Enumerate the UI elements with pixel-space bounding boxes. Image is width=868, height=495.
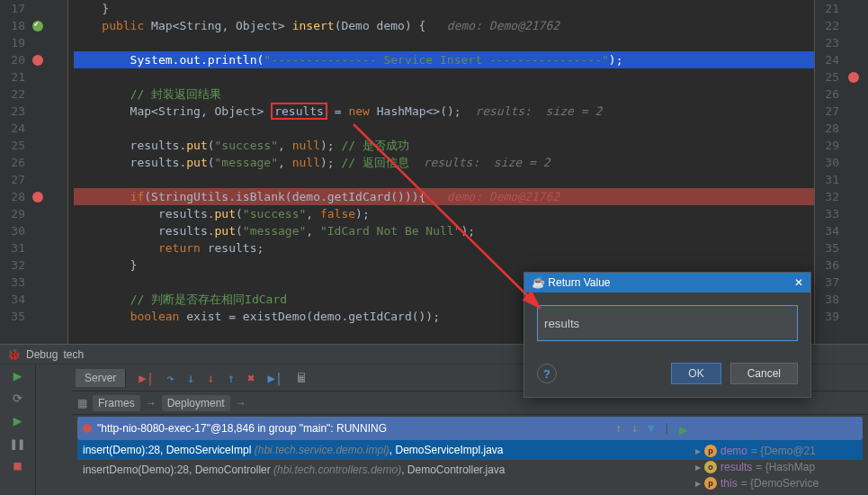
variable-row[interactable]: ▸pdemo = {Demo@21 <box>694 443 864 459</box>
line-gutter[interactable]: 17181920212223242526272829303132333435 <box>0 0 68 344</box>
frames-button[interactable]: Frames <box>93 395 140 411</box>
debug-side-toolbar: ▶ ⟳ ▶ ❚❚ ■ <box>0 364 36 495</box>
rerun-icon[interactable]: ⟳ <box>13 392 22 405</box>
stop-icon[interactable]: ■ <box>13 458 21 472</box>
bug-icon: 🐞 <box>7 348 21 361</box>
up-icon[interactable]: ↑ <box>615 421 622 438</box>
frames-icon: ▦ <box>77 397 87 410</box>
variables-toolbar: ↑ ↓ ▼ | ▶ <box>615 421 688 438</box>
breakpoint-icon[interactable] <box>32 192 43 202</box>
variable-row[interactable]: ▸oresults = {HashMap <box>694 459 864 475</box>
resume-icon[interactable]: ▶ <box>13 367 22 384</box>
variables-pane[interactable]: ▸pdemo = {Demo@21▸oresults = {HashMap▸pt… <box>694 443 864 491</box>
breakpoint-icon[interactable] <box>848 72 859 83</box>
force-step-into-icon[interactable]: ↓ <box>207 371 214 385</box>
arrow-icon: → <box>146 397 157 410</box>
return-value-dialog: ☕ Return Value ✕ ? OK Cancel <box>523 272 811 398</box>
step-over-icon[interactable]: ↷ <box>166 371 174 385</box>
debug-process: tech <box>63 348 84 361</box>
cancel-button[interactable]: Cancel <box>730 363 798 384</box>
dialog-title: Return Value <box>548 276 610 289</box>
divider: | <box>664 421 671 438</box>
pause-icon[interactable]: ❚❚ <box>10 436 25 451</box>
ok-button[interactable]: OK <box>671 363 720 384</box>
dialog-title-bar[interactable]: ☕ Return Value ✕ <box>524 273 810 292</box>
variable-row[interactable]: ▸pthis = {DemoService <box>694 475 864 491</box>
dialog-icon: ☕ <box>532 276 545 289</box>
filter-icon[interactable]: ▼ <box>648 421 655 438</box>
step-into-icon[interactable]: ↓ <box>187 371 194 385</box>
show-exec-point-icon[interactable]: ▶| <box>139 371 154 385</box>
drop-frame-icon[interactable]: ✖ <box>247 371 255 385</box>
down-icon[interactable]: ↓ <box>631 421 639 438</box>
help-icon[interactable]: ? <box>537 364 557 383</box>
deployment-button[interactable]: Deployment <box>162 395 230 411</box>
close-icon[interactable]: ✕ <box>794 276 803 289</box>
breakpoint-icon[interactable] <box>32 55 43 66</box>
step-out-icon[interactable]: ↑ <box>228 371 235 385</box>
return-value-input[interactable] <box>537 305 798 341</box>
evaluate-icon[interactable]: 🖩 <box>295 371 308 385</box>
play-icon[interactable]: ▶ <box>679 421 688 438</box>
server-tab[interactable]: Server <box>76 369 126 387</box>
thread-selector[interactable]: "http-nio-8080-exec-17"@18,846 in group … <box>77 417 863 440</box>
thread-label: "http-nio-8080-exec-17"@18,846 in group … <box>97 422 387 435</box>
run-to-cursor-icon[interactable]: ▶| <box>267 371 282 385</box>
run-icon[interactable]: ▶ <box>13 412 22 429</box>
method-marker-icon[interactable] <box>32 21 43 32</box>
thread-status-icon <box>83 424 92 433</box>
debug-label: Debug <box>26 348 58 361</box>
arrow-icon: → <box>236 397 246 410</box>
right-gutter: 21222324252627282930313233343536373839 <box>814 0 868 344</box>
